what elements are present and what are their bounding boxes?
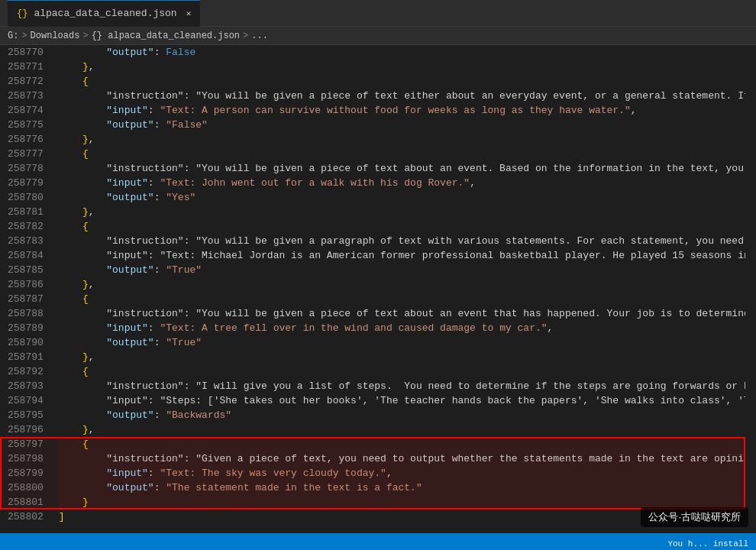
code-line: "output": "True"	[59, 335, 745, 350]
code-line: "output": "True"	[59, 263, 745, 277]
code-line: {	[59, 74, 745, 89]
line-number: 258789	[8, 321, 44, 335]
status-bar: You h... install	[0, 533, 756, 550]
breadcrumb-sep-3: >	[243, 31, 248, 41]
line-number: 258794	[8, 393, 44, 408]
line-number: 258780	[8, 190, 44, 205]
line-number: 258783	[8, 234, 44, 248]
line-number: 258770	[8, 45, 44, 60]
line-number: 258795	[8, 408, 44, 422]
code-line: {	[59, 364, 745, 379]
code-line: {	[59, 437, 745, 451]
code-line: },	[59, 205, 745, 219]
code-line: "instruction": "You will be given a piec…	[59, 89, 745, 103]
tab-filename: alpaca_data_cleaned.json	[34, 8, 176, 19]
code-line: "instruction": "I will give you a list o…	[59, 379, 745, 393]
line-number: 258778	[8, 161, 44, 176]
line-number: 258774	[8, 103, 44, 118]
code-line: },	[59, 422, 745, 437]
watermark: 公众号·古哒哒研究所	[641, 507, 748, 527]
breadcrumb-drive: G:	[8, 31, 18, 41]
line-number: 258773	[8, 89, 44, 103]
breadcrumb-ellipsis: ...	[251, 31, 268, 41]
line-number: 258801	[8, 495, 44, 510]
line-number: 258796	[8, 422, 44, 437]
code-line: "input": "Text: The sky was very cloudy …	[59, 466, 745, 480]
code-line: "output": "False"	[59, 118, 745, 132]
line-number: 258784	[8, 248, 44, 263]
line-number: 258786	[8, 277, 44, 292]
line-number: 258798	[8, 451, 44, 466]
status-notification: You h... install	[667, 539, 748, 548]
code-line: "input": "Steps: ['She takes out her boo…	[59, 393, 745, 408]
line-number: 258781	[8, 205, 44, 219]
line-numbers-panel: 2587702587712587722587732587742587752587…	[0, 45, 56, 533]
line-number: 258792	[8, 364, 44, 379]
code-line: {	[59, 219, 745, 234]
line-number: 258799	[8, 466, 44, 480]
code-line: },	[59, 60, 745, 74]
line-number: 258802	[8, 510, 44, 524]
tab-close-icon[interactable]: ✕	[186, 8, 192, 18]
code-line: "input": "Text: John went out for a walk…	[59, 176, 745, 190]
breadcrumb-sep-1: >	[21, 31, 27, 41]
line-number: 258787	[8, 292, 44, 306]
code-line: },	[59, 277, 745, 292]
scrollbar-track[interactable]	[745, 45, 756, 533]
line-number: 258776	[8, 132, 44, 147]
code-line: "output": "The statement made in the tex…	[59, 480, 745, 495]
line-number: 258797	[8, 437, 44, 451]
line-number: 258777	[8, 147, 44, 161]
code-line: "instruction": "You will be given a piec…	[59, 161, 745, 176]
line-number: 258779	[8, 176, 44, 190]
line-number: 258775	[8, 118, 44, 132]
line-number: 258793	[8, 379, 44, 393]
code-line: "input": "Text: A person can survive wit…	[59, 103, 745, 118]
code-line: "instruction": "Given a piece of text, y…	[59, 451, 745, 466]
line-number: 258771	[8, 60, 44, 74]
title-bar: {} alpaca_data_cleaned.json ✕	[0, 0, 756, 27]
tab-icon: {}	[17, 8, 27, 19]
line-number: 258800	[8, 480, 44, 495]
code-line: "instruction": "You will be given a piec…	[59, 306, 745, 321]
code-line: "input": "Text: Michael Jordan is an Ame…	[59, 248, 745, 263]
editor-tab[interactable]: {} alpaca_data_cleaned.json ✕	[8, 0, 200, 27]
code-line: "instruction": "You will be given a para…	[59, 234, 745, 248]
code-line: "output": "Backwards"	[59, 408, 745, 422]
breadcrumb-file[interactable]: {} alpaca_data_cleaned.json	[92, 31, 240, 41]
breadcrumb-downloads[interactable]: Downloads	[31, 31, 80, 41]
code-line: {	[59, 292, 745, 306]
line-number: 258788	[8, 306, 44, 321]
editor-area: 2587702587712587722587732587742587752587…	[0, 45, 756, 533]
breadcrumb-sep-2: >	[82, 31, 88, 41]
breadcrumb: G: > Downloads > {} alpaca_data_cleaned.…	[0, 27, 756, 45]
line-number: 258785	[8, 263, 44, 277]
code-line: },	[59, 132, 745, 147]
line-number: 258791	[8, 350, 44, 364]
code-line: "input": "Text: A tree fell over in the …	[59, 321, 745, 335]
code-line: },	[59, 350, 745, 364]
line-number: 258782	[8, 219, 44, 234]
code-line: {	[59, 147, 745, 161]
code-line: "output": False	[59, 45, 745, 60]
code-panel[interactable]: "output": False }, { "instruction": "You…	[56, 45, 745, 533]
line-number: 258790	[8, 335, 44, 350]
code-line: "output": "Yes"	[59, 190, 745, 205]
line-number: 258772	[8, 74, 44, 89]
